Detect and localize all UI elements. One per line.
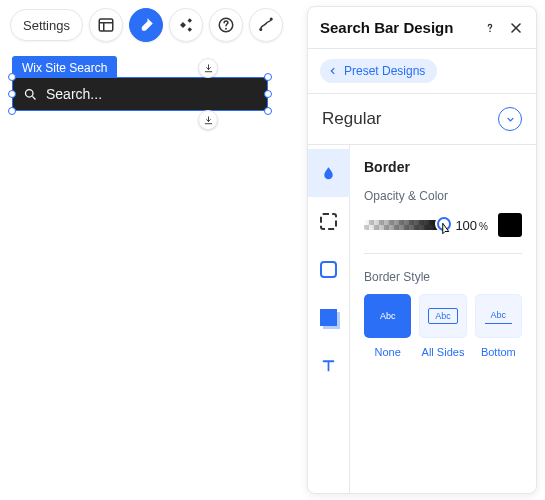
tab-content: Border Opacity & Color 100 % Border Styl…	[350, 145, 536, 493]
breadcrumb-label: Preset Designs	[344, 64, 425, 78]
style-label-none: None	[364, 346, 411, 358]
style-label-all: All Sides	[419, 346, 466, 358]
editor-toolbar: Settings	[10, 8, 283, 42]
sparkle-icon	[177, 16, 195, 34]
attach-top-handle[interactable]	[198, 58, 218, 78]
animation-button[interactable]	[169, 8, 203, 42]
resize-handle[interactable]	[264, 73, 272, 81]
opacity-row: 100 %	[364, 213, 522, 237]
svg-rect-0	[99, 19, 113, 31]
state-selector[interactable]: Regular	[308, 94, 536, 145]
tab-fill[interactable]	[308, 149, 350, 197]
layout-icon	[97, 16, 115, 34]
tab-text[interactable]	[308, 341, 350, 389]
download-icon	[203, 115, 214, 126]
svg-point-4	[225, 28, 227, 30]
svg-point-9	[489, 30, 491, 32]
corners-icon	[320, 261, 337, 278]
panel-title: Search Bar Design	[320, 19, 472, 36]
sample-text: Abc	[373, 308, 403, 324]
path-icon	[257, 16, 275, 34]
resize-handle[interactable]	[8, 107, 16, 115]
download-icon	[203, 63, 214, 74]
sample-text: Abc	[485, 308, 513, 324]
attach-bottom-handle[interactable]	[198, 110, 218, 130]
cursor-pointer-icon	[436, 221, 454, 242]
resize-handle[interactable]	[264, 90, 272, 98]
help-icon[interactable]	[482, 20, 498, 36]
resize-handle[interactable]	[8, 73, 16, 81]
border-style-all[interactable]: Abc	[419, 294, 466, 338]
panel-header: Search Bar Design	[308, 7, 536, 49]
opacity-value: 100 %	[455, 218, 488, 233]
opacity-label: Opacity & Color	[364, 189, 522, 203]
design-button[interactable]	[129, 8, 163, 42]
border-style-label: Border Style	[364, 270, 522, 284]
layout-button[interactable]	[89, 8, 123, 42]
sample-text: Abc	[428, 308, 458, 324]
state-label: Regular	[322, 109, 382, 129]
element-tag-text: Wix Site Search	[22, 61, 107, 75]
tab-corners[interactable]	[308, 245, 350, 293]
border-style-none[interactable]: Abc	[364, 294, 411, 338]
divider	[364, 253, 522, 254]
brush-icon	[137, 16, 155, 34]
search-bar-element[interactable]: Search...	[12, 77, 268, 111]
section-title: Border	[364, 159, 522, 175]
text-icon	[320, 357, 337, 374]
panel-body: Border Opacity & Color 100 % Border Styl…	[308, 145, 536, 493]
tab-shadow[interactable]	[308, 293, 350, 341]
style-label-bottom: Bottom	[475, 346, 522, 358]
close-icon[interactable]	[508, 20, 524, 36]
opacity-slider[interactable]	[364, 220, 445, 230]
svg-line-8	[32, 96, 35, 99]
border-style-bottom[interactable]: Abc	[475, 294, 522, 338]
border-style-labels: None All Sides Bottom	[364, 346, 522, 358]
search-placeholder: Search...	[46, 86, 102, 102]
color-swatch[interactable]	[498, 213, 522, 237]
svg-point-7	[26, 89, 34, 97]
search-icon	[23, 87, 38, 102]
settings-button[interactable]: Settings	[10, 9, 83, 41]
shadow-icon	[320, 309, 337, 326]
chevron-down-icon	[498, 107, 522, 131]
question-icon	[217, 16, 235, 34]
border-style-options: Abc Abc Abc	[364, 294, 522, 338]
svg-point-6	[270, 18, 273, 21]
settings-label: Settings	[23, 18, 70, 33]
resize-handle[interactable]	[264, 107, 272, 115]
help-button[interactable]	[209, 8, 243, 42]
design-panel: Search Bar Design Preset Designs Regular	[307, 6, 537, 494]
stretch-button[interactable]	[249, 8, 283, 42]
resize-handle[interactable]	[8, 90, 16, 98]
svg-point-5	[259, 28, 262, 31]
breadcrumb: Preset Designs	[308, 49, 536, 94]
breadcrumb-back[interactable]: Preset Designs	[320, 59, 437, 83]
tab-border[interactable]	[308, 197, 350, 245]
dashed-square-icon	[320, 213, 337, 230]
design-tabs	[308, 145, 350, 493]
chevron-left-icon	[328, 66, 338, 76]
drop-icon	[320, 165, 337, 182]
